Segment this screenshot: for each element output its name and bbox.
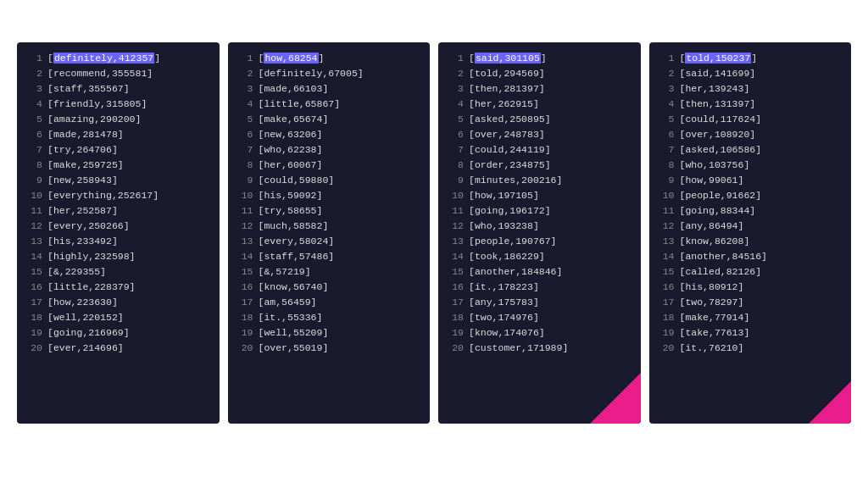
row-value: [staff,355567]	[47, 81, 130, 97]
table-row: 8[order,234875]	[445, 158, 634, 173]
table-row: 3[made,66103]	[235, 81, 424, 97]
row-value: [well,220152]	[47, 310, 124, 325]
table-row: 7[try,264706]	[24, 142, 213, 158]
row-value: [it.,55336]	[259, 310, 323, 325]
row-value: [could,59880]	[259, 173, 335, 188]
row-value: [take,77613]	[680, 325, 750, 341]
table-row: 4[then,131397]	[656, 97, 845, 112]
table-row: 3[her,139243]	[656, 81, 845, 97]
table-row: 4[her,262915]	[445, 97, 634, 112]
row-number: 9	[24, 173, 42, 188]
row-number: 19	[656, 325, 675, 341]
row-value: [&,57219]	[259, 264, 311, 280]
row-value: [going,216969]	[47, 325, 130, 341]
table-row: 14[staff,57486]	[235, 249, 424, 264]
row-value: [his,59092]	[259, 188, 323, 203]
col4-data: 1[told,150237]2[said,141699]3[her,139243…	[649, 42, 852, 424]
row-value: [everything,252617]	[47, 188, 159, 203]
row-value: [minutes,200216]	[469, 173, 562, 188]
table-row: 16[it.,178223]	[445, 280, 634, 295]
row-number: 2	[235, 66, 253, 81]
table-row: 20[ever,214696]	[24, 341, 213, 356]
row-value: [any,86494]	[680, 219, 744, 234]
row-number: 4	[656, 97, 675, 112]
table-row: 5[asked,250895]	[445, 112, 634, 127]
row-value: [then,281397]	[469, 81, 545, 97]
row-number: 13	[235, 234, 253, 249]
row-number: 18	[445, 310, 464, 325]
row-number: 17	[24, 295, 42, 310]
table-row: 11[her,252587]	[24, 203, 213, 219]
table-row: 15[&,229355]	[24, 264, 213, 280]
row-number: 5	[235, 112, 253, 127]
row-number: 17	[656, 295, 675, 310]
table-row: 1[definitely,412357]	[24, 51, 213, 66]
row-value: [his,80912]	[680, 280, 744, 295]
row-number: 19	[445, 325, 464, 341]
row-number: 18	[24, 310, 42, 325]
row-value: [how,223630]	[47, 295, 118, 310]
row-number: 16	[656, 280, 675, 295]
row-number: 18	[235, 310, 253, 325]
row-number: 19	[235, 325, 253, 341]
row-value: [customer,171989]	[469, 341, 568, 356]
row-value: [over,108920]	[680, 127, 756, 142]
row-number: 16	[235, 280, 253, 295]
row-number: 20	[235, 341, 253, 356]
row-number: 9	[656, 173, 675, 188]
row-value: [asked,250895]	[469, 112, 551, 127]
row-number: 12	[656, 219, 675, 234]
row-value: [new,63206]	[259, 127, 323, 142]
row-value: [how,68254]	[259, 51, 325, 66]
row-number: 18	[656, 310, 675, 325]
row-number: 5	[24, 112, 42, 127]
row-number: 4	[445, 97, 464, 112]
table-row: 8[her,60067]	[235, 158, 424, 173]
table-row: 15[another,184846]	[445, 264, 634, 280]
row-value: [told,294569]	[469, 66, 545, 81]
table-row: 17[any,175783]	[445, 295, 634, 310]
triangle-decoration-col4	[809, 381, 851, 424]
table-row: 12[who,193238]	[445, 219, 634, 234]
table-row: 5[amazing,290200]	[24, 112, 213, 127]
table-row: 18[two,174976]	[445, 310, 634, 325]
row-value: [know,86208]	[680, 234, 750, 249]
table-row: 7[could,244119]	[445, 142, 634, 158]
table-row: 3[staff,355567]	[24, 81, 213, 97]
table-row: 13[people,190767]	[445, 234, 634, 249]
row-number: 5	[445, 112, 464, 127]
row-number: 17	[445, 295, 464, 310]
row-value: [his,233492]	[47, 234, 118, 249]
row-number: 6	[656, 127, 675, 142]
table-row: 3[then,281397]	[445, 81, 634, 97]
row-number: 11	[235, 203, 253, 219]
row-number: 15	[445, 264, 464, 280]
row-value: [said,301105]	[469, 51, 547, 66]
col3-data: 1[said,301105]2[told,294569]3[then,28139…	[438, 42, 641, 424]
row-number: 15	[235, 264, 253, 280]
table-row: 7[who,62238]	[235, 142, 424, 158]
table-row: 12[every,250266]	[24, 219, 213, 234]
table-row: 15[&,57219]	[235, 264, 424, 280]
row-value: [made,281478]	[47, 127, 124, 142]
row-value: [her,139243]	[680, 81, 750, 97]
highlight-span: said,301105	[475, 53, 541, 64]
row-number: 7	[235, 142, 253, 158]
highlight-span: definitely,412357	[53, 53, 154, 64]
table-row: 9[minutes,200216]	[445, 173, 634, 188]
row-number: 13	[445, 234, 464, 249]
table-row: 19[know,174076]	[445, 325, 634, 341]
row-number: 16	[445, 280, 464, 295]
row-value: [little,228379]	[47, 280, 136, 295]
table-row: 9[could,59880]	[235, 173, 424, 188]
table-row: 19[well,55209]	[235, 325, 424, 341]
table-row: 10[people,91662]	[656, 188, 845, 203]
row-value: [how,99061]	[680, 173, 744, 188]
row-value: [going,196172]	[469, 203, 551, 219]
table-row: 18[well,220152]	[24, 310, 213, 325]
col1-data: 1[definitely,412357]2[recommend,355581]3…	[17, 42, 220, 424]
row-value: [two,174976]	[469, 310, 539, 325]
table-row: 5[make,65674]	[235, 112, 424, 127]
row-value: [staff,57486]	[259, 249, 335, 264]
table-row: 16[know,56740]	[235, 280, 424, 295]
